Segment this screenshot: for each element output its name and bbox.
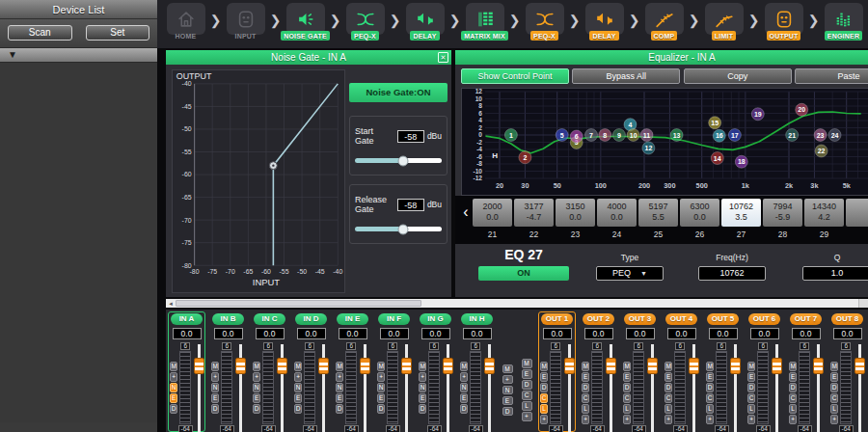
fader-handle[interactable] <box>564 358 575 374</box>
channel-button-m[interactable]: M <box>377 362 385 371</box>
fader-track[interactable] <box>317 342 328 432</box>
channel-value[interactable]: 0.0 <box>833 328 862 339</box>
channel-value[interactable]: 0.0 <box>709 328 738 339</box>
channel-button-n[interactable]: N <box>419 383 426 392</box>
channel-button-d[interactable]: D <box>706 383 714 392</box>
channel-button-+[interactable]: + <box>460 372 468 382</box>
channel-button-e[interactable]: E <box>665 372 672 382</box>
eq-band-button-24[interactable]: 40000.024 <box>597 199 637 239</box>
eq-band-button-22[interactable]: 3177-4.722 <box>514 199 554 239</box>
channel-strip-out-1[interactable]: OUT 10.0MEDCL+6-64 <box>538 311 576 432</box>
channel-strip-in-a[interactable]: IN A0.0M+NED6-64 <box>168 311 205 432</box>
toolbar-item-peq-x[interactable]: PEQ-X <box>342 3 388 40</box>
start-gate-slider[interactable] <box>355 158 442 163</box>
channel-button-+[interactable]: + <box>419 372 426 382</box>
bus-button-m[interactable]: M <box>502 364 513 374</box>
channel-strip-in-d[interactable]: IN D0.0M+NED6-64 <box>292 311 330 432</box>
gate-threshold-handle[interactable] <box>269 162 277 170</box>
bus-button-c[interactable]: C <box>522 391 532 400</box>
channel-button-m[interactable]: M <box>830 362 838 371</box>
eq-point-17[interactable]: 17 <box>728 129 741 142</box>
channel-button-e[interactable]: E <box>830 372 838 382</box>
eq-point-20[interactable]: 20 <box>796 103 808 116</box>
channel-button-m[interactable]: M <box>211 362 219 371</box>
fader-handle[interactable] <box>277 358 287 374</box>
set-button[interactable]: Set <box>86 25 150 40</box>
channel-value[interactable]: 0.0 <box>463 328 492 339</box>
eq-band-button-27[interactable]: 107623.527 <box>721 199 761 239</box>
channel-value[interactable]: 0.0 <box>380 328 409 339</box>
eq-point-1[interactable]: 1 <box>504 129 517 142</box>
fader-track[interactable] <box>483 342 494 432</box>
channel-button-c[interactable]: C <box>540 393 548 403</box>
channel-button-+[interactable]: + <box>747 415 755 424</box>
channel-button-l[interactable]: L <box>582 404 589 414</box>
channel-button-e[interactable]: E <box>419 393 426 403</box>
channel-strip-out-7[interactable]: OUT 70.0MEDCL+6-64 <box>787 311 825 432</box>
channel-button-n[interactable]: N <box>170 383 177 392</box>
channel-button-d[interactable]: D <box>377 404 385 414</box>
bus-button-d[interactable]: D <box>502 407 513 417</box>
channel-button-d[interactable]: D <box>294 404 302 414</box>
eq-point-21[interactable]: 21 <box>786 129 799 142</box>
channel-button-d[interactable]: D <box>170 404 177 414</box>
channel-button-+[interactable]: + <box>170 372 177 382</box>
eq-point-9[interactable]: 9 <box>612 129 625 142</box>
fader-track[interactable] <box>854 342 864 432</box>
type-dropdown[interactable]: PEQ ▼ <box>596 266 664 281</box>
channel-button-e[interactable]: E <box>253 393 260 403</box>
channel-button-e[interactable]: E <box>582 372 589 382</box>
eq-point-16[interactable]: 16 <box>713 129 725 142</box>
channel-strip-in-b[interactable]: IN B0.0M+NED6-64 <box>209 311 247 432</box>
channel-strip-out-2[interactable]: OUT 20.0MEDCL+6-64 <box>580 311 617 432</box>
fader-handle[interactable] <box>854 358 865 374</box>
fader-track[interactable] <box>646 342 657 432</box>
channel-button-m[interactable]: M <box>460 362 468 371</box>
eq-point-12[interactable]: 12 <box>642 142 655 154</box>
channel-button-d[interactable]: D <box>582 383 589 392</box>
fader-track[interactable] <box>442 342 452 432</box>
channel-button-n[interactable]: N <box>377 383 385 392</box>
channel-strip-in-f[interactable]: IN F0.0M+NED6-64 <box>375 311 413 432</box>
scroll-left-icon[interactable]: ◂ <box>166 299 176 308</box>
channel-strip-out-4[interactable]: OUT 40.0MEDCL+6-64 <box>663 311 700 432</box>
fader-track[interactable] <box>234 342 245 432</box>
channel-button-+[interactable]: + <box>336 372 343 382</box>
channel-button-+[interactable]: + <box>830 415 838 424</box>
fader-handle[interactable] <box>813 358 824 374</box>
channel-button-e[interactable]: E <box>789 372 797 382</box>
channel-button-m[interactable]: M <box>582 362 589 371</box>
channel-button-e[interactable]: E <box>336 393 343 403</box>
start-gate-value[interactable]: -58 <box>397 130 424 143</box>
eq-band-button-25[interactable]: 51975.525 <box>638 199 678 239</box>
fader-handle[interactable] <box>360 358 370 374</box>
eq-point-11[interactable]: 11 <box>640 129 653 142</box>
channel-button-c[interactable]: C <box>582 393 589 403</box>
channel-button-c[interactable]: C <box>706 393 714 403</box>
fader-track[interactable] <box>359 342 369 432</box>
toolbar-item-delay[interactable]: DELAY <box>582 3 627 40</box>
channel-button-e[interactable]: E <box>377 393 385 403</box>
channel-strip-in-g[interactable]: IN G0.0M+NED6-64 <box>417 311 454 432</box>
fader-track[interactable] <box>563 342 574 432</box>
channel-button-d[interactable]: D <box>540 383 548 392</box>
fader-track[interactable] <box>812 342 823 432</box>
noise-gate-toggle-button[interactable]: Noise Gate:ON <box>349 83 448 102</box>
eq-point-5[interactable]: 5 <box>556 129 568 142</box>
channel-value[interactable]: 0.0 <box>214 328 243 339</box>
fader-track[interactable] <box>605 342 615 432</box>
channel-button-d[interactable]: D <box>747 383 755 392</box>
channel-button-m[interactable]: M <box>706 362 714 371</box>
channel-button-d[interactable]: D <box>419 404 426 414</box>
channel-button-m[interactable]: M <box>294 362 302 371</box>
device-group-row[interactable]: ▼ <box>0 47 157 63</box>
eq-point-10[interactable]: 10 <box>627 129 639 142</box>
channel-button-+[interactable]: + <box>706 415 714 424</box>
eq-point-24[interactable]: 24 <box>828 129 841 142</box>
fader-handle[interactable] <box>194 358 204 374</box>
channel-value[interactable]: 0.0 <box>626 328 655 339</box>
fader-handle[interactable] <box>401 358 412 374</box>
channel-button-l[interactable]: L <box>540 404 548 414</box>
channel-value[interactable]: 0.0 <box>173 328 202 339</box>
channel-button-+[interactable]: + <box>582 415 589 424</box>
